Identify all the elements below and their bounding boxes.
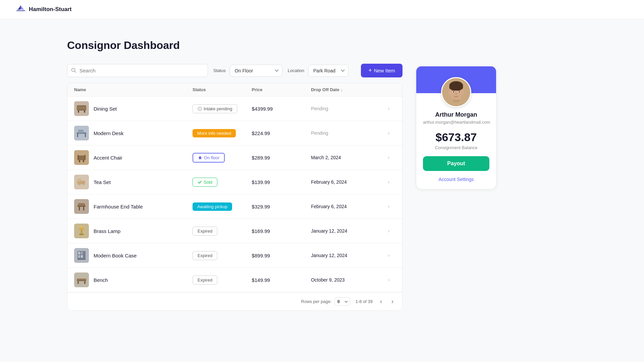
rows-per-page-select[interactable]: 8 16 24 32 <box>334 297 350 306</box>
table-row[interactable]: Farmhouse End Table Awaiting pickup $329… <box>67 194 402 219</box>
item-thumbnail <box>74 224 89 238</box>
svg-point-47 <box>459 91 460 93</box>
main-content: Consignor Dashboard Status On Floor All … <box>0 19 644 324</box>
item-date: Pending <box>311 130 382 136</box>
row-chevron-icon[interactable]: › <box>382 179 395 185</box>
item-status: Expired <box>193 276 252 285</box>
table-row[interactable]: Brass Lamp Expired $169.99 January 12, 2… <box>67 219 402 243</box>
item-thumbnail <box>74 150 89 165</box>
status-badge: Sold <box>193 178 217 187</box>
status-badge: On floor <box>193 153 225 163</box>
col-action <box>382 87 395 92</box>
item-name: Modern Desk <box>94 130 123 136</box>
row-chevron-icon[interactable]: › <box>382 228 395 234</box>
balance-amount: $673.87 <box>423 131 489 144</box>
payout-button[interactable]: Payout <box>423 156 489 171</box>
table-row[interactable]: Bench Expired $149.99 October 9, 2023 › <box>67 268 402 292</box>
row-chevron-icon[interactable]: › <box>382 155 395 161</box>
item-thumbnail <box>74 175 89 189</box>
item-price: $4399.99 <box>252 106 311 112</box>
item-status: Intake pending <box>193 104 252 113</box>
item-price: $139.99 <box>252 179 311 185</box>
user-card: Arthur Morgan arthur.morgan@heartlandmai… <box>416 66 496 189</box>
svg-rect-32 <box>78 255 80 258</box>
item-date: February 6, 2024 <box>311 204 382 209</box>
search-input[interactable] <box>67 64 208 77</box>
table-row[interactable]: Modern Desk More info needed $224.99 Pen… <box>67 121 402 145</box>
prev-page-button[interactable]: ‹ <box>378 297 384 306</box>
svg-rect-10 <box>77 134 78 137</box>
row-chevron-icon[interactable]: › <box>382 203 395 209</box>
item-name: Farmhouse End Table <box>94 204 143 209</box>
item-name-cell: Farmhouse End Table <box>74 199 193 214</box>
sort-arrow-icon: ↓ <box>341 87 343 92</box>
plus-icon: + <box>368 67 372 74</box>
location-label: Location <box>288 68 304 73</box>
svg-rect-33 <box>81 255 83 258</box>
status-filter-group: Status On Floor All Intake pending More … <box>213 65 282 77</box>
svg-point-48 <box>448 91 450 94</box>
svg-point-49 <box>462 91 464 94</box>
svg-rect-14 <box>77 155 79 160</box>
pagination-bar: Rows per page: 8 16 24 32 1-8 of 39 ‹ › <box>67 292 402 310</box>
page-range-info: 1-8 of 39 <box>356 299 373 304</box>
item-name-cell: Bench <box>74 273 193 287</box>
user-card-body: Arthur Morgan arthur.morgan@heartlandmai… <box>416 77 496 189</box>
item-status: On floor <box>193 153 252 163</box>
item-price: $149.99 <box>252 277 311 283</box>
brand: Hamilton-Stuart <box>16 5 72 14</box>
page-title: Consignor Dashboard <box>67 39 402 52</box>
svg-rect-36 <box>77 281 79 284</box>
avatar-wrapper <box>423 77 489 107</box>
item-name: Modern Book Case <box>94 253 137 258</box>
item-status: Sold <box>193 178 252 187</box>
item-date: February 6, 2024 <box>311 179 382 185</box>
navbar: Hamilton-Stuart <box>0 0 644 19</box>
svg-rect-22 <box>79 207 80 210</box>
status-badge: Intake pending <box>193 104 237 113</box>
item-status: Expired <box>193 251 252 260</box>
item-thumbnail <box>74 101 89 116</box>
location-select[interactable]: Park Road All Main Street Downtown <box>308 65 348 77</box>
item-name-cell: Brass Lamp <box>74 224 193 238</box>
table-row[interactable]: Tea Set Sold $139.99 February 6, 2024 › <box>67 170 402 194</box>
svg-rect-23 <box>83 207 84 210</box>
next-page-button[interactable]: › <box>389 297 395 306</box>
item-date: January 12, 2024 <box>311 253 382 258</box>
svg-rect-13 <box>78 156 85 160</box>
table-header: Name Status Price Drop Off Date ↓ <box>67 83 402 97</box>
right-panel: Arthur Morgan arthur.morgan@heartlandmai… <box>416 66 496 189</box>
item-date: October 9, 2023 <box>311 277 382 283</box>
row-chevron-icon[interactable]: › <box>382 106 395 112</box>
table-row[interactable]: Accent Chair On floor $289.99 March 2, 2… <box>67 145 402 170</box>
item-name: Bench <box>94 277 108 283</box>
item-name-cell: Tea Set <box>74 175 193 189</box>
item-status: Awaiting pickup <box>193 202 252 211</box>
item-name-cell: Dining Set <box>74 101 193 116</box>
table-row[interactable]: Dining Set Intake pending $4399.99 Pendi… <box>67 97 402 121</box>
svg-rect-11 <box>85 134 86 137</box>
table-row[interactable]: Modern Book Case Expired $899.99 January… <box>67 243 402 268</box>
item-price: $224.99 <box>252 130 311 136</box>
new-item-button[interactable]: + New Item <box>361 64 402 77</box>
account-settings-link[interactable]: Account Settings <box>438 177 474 182</box>
user-name: Arthur Morgan <box>423 111 489 118</box>
items-table: Name Status Price Drop Off Date ↓ Dining… <box>67 83 402 311</box>
item-thumbnail <box>74 126 89 140</box>
row-chevron-icon[interactable]: › <box>382 130 395 136</box>
item-name: Brass Lamp <box>94 228 120 234</box>
brand-name: Hamilton-Stuart <box>29 6 72 13</box>
item-date: March 2, 2024 <box>311 155 382 160</box>
svg-rect-31 <box>81 252 83 254</box>
row-chevron-icon[interactable]: › <box>382 277 395 283</box>
item-thumbnail <box>74 273 89 287</box>
status-badge: More info needed <box>193 129 236 137</box>
rows-per-page-group: Rows per page: 8 16 24 32 <box>301 297 350 306</box>
svg-rect-17 <box>83 160 84 162</box>
row-chevron-icon[interactable]: › <box>382 252 395 258</box>
svg-rect-37 <box>84 281 86 284</box>
status-select[interactable]: On Floor All Intake pending More info ne… <box>230 65 282 77</box>
brand-icon <box>16 5 25 14</box>
balance-label: Consignment Balance <box>423 145 489 150</box>
location-filter-group: Location Park Road All Main Street Downt… <box>288 65 348 77</box>
